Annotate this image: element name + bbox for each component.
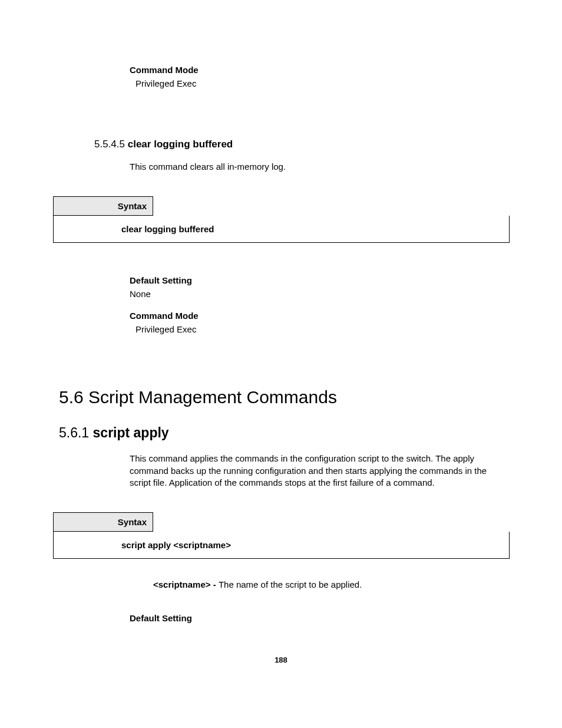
syntax-body-text: clear logging buffered [53,216,510,243]
param-desc: The name of the script to be applied. [219,579,362,589]
heading-561-title: script apply [93,425,169,440]
command-mode-value: Privileged Exec [135,78,509,88]
section-561-settings: Default Setting [130,613,509,623]
heading-561: 5.6.1 script apply [59,425,509,441]
section-5545-settings: Default Setting None Command Mode Privil… [130,275,509,334]
page-number: 188 [53,655,509,664]
command-mode-value: Privileged Exec [135,324,509,334]
heading-56: 5.6 Script Management Commands [59,387,509,407]
command-mode-label: Command Mode [130,311,509,321]
syntax-header-label: Syntax [53,196,153,216]
syntax-header-label: Syntax [53,512,153,532]
page-content: Command Mode Privileged Exec 5.5.4.5 cle… [0,0,562,700]
param-name: <scriptname> - [153,579,219,589]
command-mode-label: Command Mode [130,65,509,75]
syntax-box-5545: Syntax clear logging buffered [53,196,510,243]
heading-561-number: 5.6.1 [59,425,89,440]
param-scriptname: <scriptname> - The name of the script to… [153,579,509,589]
subheading-title: clear logging buffered [128,139,233,150]
default-setting-label: Default Setting [130,275,509,285]
syntax-box-561: Syntax script apply <scriptname> [53,512,510,559]
subheading-5545: 5.5.4.5 clear logging buffered [94,139,509,150]
section-561-desc: This command applies the commands in the… [130,453,509,489]
default-setting-label: Default Setting [130,613,509,623]
subheading-number: 5.5.4.5 [94,139,125,150]
section-5545-desc: This command clears all in-memory log. [130,161,509,173]
top-command-mode-block: Command Mode Privileged Exec [130,65,509,88]
default-setting-value: None [130,289,509,299]
syntax-body-text: script apply <scriptname> [53,532,510,559]
